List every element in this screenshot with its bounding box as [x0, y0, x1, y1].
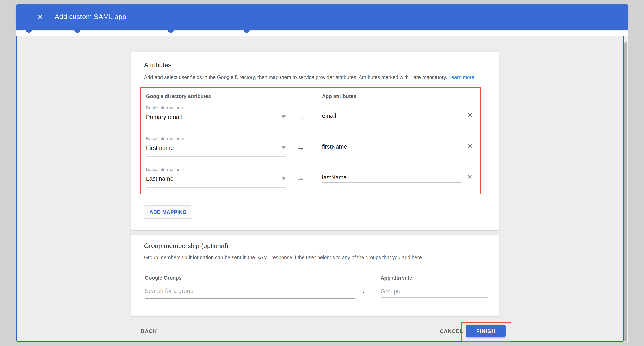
- directory-field-select[interactable]: Primary email: [146, 114, 182, 120]
- remove-mapping-icon[interactable]: ✕: [467, 142, 473, 150]
- mapping-row: Basic Information > Primary email → emai…: [146, 105, 476, 131]
- google-groups-label: Google Groups: [145, 275, 182, 281]
- cancel-button[interactable]: CANCEL: [440, 328, 463, 334]
- group-membership-card: Group membership (optional) Group member…: [131, 234, 500, 316]
- attributes-description-text: Add and select user fields in the Google…: [144, 75, 448, 80]
- scrollbar-thumb[interactable]: [624, 42, 628, 341]
- directory-field-select[interactable]: First name: [146, 145, 174, 151]
- map-arrow-icon: →: [296, 112, 304, 121]
- dialog-title: Add custom SAML app: [54, 13, 126, 21]
- add-custom-saml-app-dialog: ✕ Add custom SAML app Attributes Add and…: [0, 0, 644, 346]
- directory-field-category: Basic Information >: [146, 136, 184, 141]
- input-underline: [322, 121, 462, 121]
- remove-mapping-icon[interactable]: ✕: [467, 173, 473, 181]
- learn-more-link[interactable]: Learn more: [448, 75, 474, 80]
- directory-field-select[interactable]: Last name: [146, 176, 173, 182]
- group-membership-description: Group membership information can be sent…: [144, 255, 423, 261]
- map-arrow-icon: →: [358, 286, 366, 295]
- attributes-card: Attributes Add and select user fields in…: [131, 52, 500, 230]
- dialog-header: ✕ Add custom SAML app: [16, 4, 628, 30]
- app-attribute-label: App attribute: [381, 275, 412, 281]
- dropdown-arrow-icon: [281, 146, 286, 149]
- app-attribute-input[interactable]: firstName: [322, 143, 347, 150]
- add-mapping-button[interactable]: ADD MAPPING: [144, 205, 192, 219]
- select-underline: [146, 126, 286, 126]
- directory-field-category: Basic Information >: [146, 167, 184, 172]
- stepper-strip: [16, 30, 628, 36]
- select-underline: [146, 156, 286, 157]
- input-underline: [322, 151, 462, 152]
- attributes-card-title: Attributes: [144, 62, 171, 69]
- app-attribute-input[interactable]: lastName: [322, 174, 347, 181]
- directory-attributes-column-header: Google directory attributes: [146, 94, 211, 99]
- back-button[interactable]: BACK: [141, 328, 157, 334]
- scrollbar-track[interactable]: [624, 36, 628, 341]
- mapping-row: Basic Information > Last name → lastName…: [146, 166, 476, 193]
- annotation-box-finish: FINISH: [461, 322, 511, 341]
- app-attributes-column-header: App attributes: [322, 94, 356, 99]
- mapping-row: Basic Information > First name → firstNa…: [146, 136, 476, 162]
- map-arrow-icon: →: [296, 174, 304, 183]
- remove-mapping-icon[interactable]: ✕: [467, 111, 473, 119]
- group-search-input[interactable]: [145, 284, 355, 299]
- select-underline: [146, 187, 286, 188]
- finish-button[interactable]: FINISH: [466, 324, 506, 337]
- close-icon[interactable]: ✕: [37, 13, 43, 21]
- input-underline: [322, 182, 462, 183]
- directory-field-category: Basic Information >: [146, 105, 184, 110]
- groups-app-attribute-input[interactable]: [381, 285, 488, 298]
- dropdown-arrow-icon: [281, 115, 286, 118]
- app-attribute-input[interactable]: email: [322, 113, 336, 119]
- group-membership-title: Group membership (optional): [144, 242, 228, 250]
- dropdown-arrow-icon: [281, 177, 286, 180]
- map-arrow-icon: →: [296, 143, 304, 152]
- attributes-card-description: Add and select user fields in the Google…: [144, 75, 474, 80]
- annotation-box-mappings: Google directory attributes App attribut…: [140, 87, 481, 195]
